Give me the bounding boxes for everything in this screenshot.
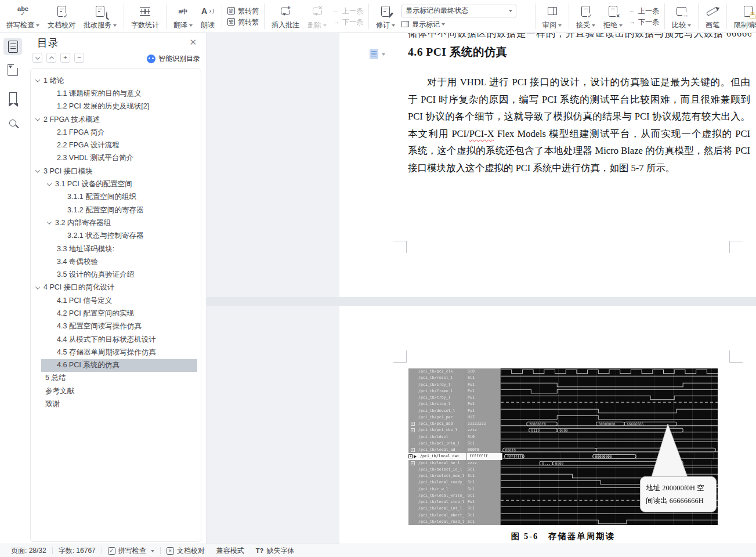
next-arrow-icon: → [333, 19, 339, 25]
toc-item[interactable]: 1.1 课题研究的目的与意义 [31, 87, 201, 100]
toc-item[interactable]: 3.2.1 状态与控制寄存器 [31, 230, 201, 243]
reject-change-button[interactable]: × 拒绝 [599, 2, 627, 30]
traditional-icon: 繁 [227, 18, 235, 26]
restrict-edit-button[interactable]: 限制编辑 [730, 2, 756, 30]
insert-comment-button[interactable]: + 插入批注 [267, 2, 303, 30]
chevron-down-icon[interactable] [35, 116, 40, 121]
toc-panel: 目录 ✕ + − 智能识别目录 1 绪论1.1 课题研究的目的与意义1.2 PC… [26, 33, 207, 544]
heading-doc-icon [370, 49, 378, 59]
toc-item[interactable]: 3.4 奇偶校验 [31, 255, 201, 268]
expand-all-button[interactable] [32, 53, 42, 63]
spellcheck-icon: abc✓ [17, 4, 28, 18]
toc-item[interactable]: 致谢 [31, 397, 201, 410]
delete-comment-button[interactable]: × 删除 [303, 2, 331, 30]
chevron-down-icon[interactable] [47, 181, 52, 186]
toc-item-label: 5 总结 [45, 373, 66, 383]
toc-item[interactable]: 3.1.2 配置空间的寄存器 [31, 204, 201, 216]
collapse-all-button[interactable] [46, 53, 56, 63]
markup-state-dropdown[interactable]: 显示标记的最终状态 [401, 5, 516, 17]
toc-item[interactable]: 3.1.1 配置空间的组织 [31, 191, 201, 204]
word-count-icon [140, 4, 150, 18]
toc-item[interactable]: 4.5 存储器单周期读写操作仿真 [31, 346, 201, 359]
toc-item-label: 3.4 奇偶校验 [57, 257, 98, 267]
lock-icon [744, 4, 753, 18]
ink-pen-button[interactable]: 画笔 [701, 2, 724, 30]
toc-item[interactable]: 3.5 设计的仿真验证介绍 [31, 268, 201, 281]
toolbar-separator [264, 3, 265, 29]
grading-service-button[interactable]: 批改服务 [79, 2, 121, 30]
x-icon: × [167, 547, 174, 555]
toc-item[interactable]: 5 总结 [31, 372, 201, 385]
chevron-down-icon[interactable] [35, 168, 40, 173]
rail-chapter-tab[interactable] [3, 63, 22, 81]
review-pane-icon [548, 4, 557, 18]
waveform-figure: /pci_tb/pci_clkSt0/pci_tb/reset_lSt1/pci… [408, 368, 718, 525]
smart-toc-button[interactable]: 智能识别目录 [147, 54, 200, 64]
toc-item[interactable]: 2.1 FPGA 简介 [31, 126, 201, 139]
margin-mark [406, 241, 407, 253]
rail-search-tab[interactable] [3, 114, 22, 132]
toolbar-separator [664, 3, 665, 29]
toc-item-label: 3.3 地址译码模块: [57, 244, 114, 254]
spell-check-toggle[interactable]: ✓ 拼写检查 [102, 546, 160, 556]
prev-change-button[interactable]: ← 上一条 [629, 7, 659, 15]
margin-mark [393, 241, 407, 241]
toc-item[interactable]: 4.1 PCI 信号定义 [31, 294, 201, 307]
paragraph-line: 于 PCI 时序复杂的原因，编写 PCI 系统的测试平台比较困难，而且很难兼顾到 [408, 91, 750, 108]
prev-comment-button[interactable]: ← 上一条 [333, 7, 363, 15]
bookmark-icon [9, 92, 17, 103]
toc-item-label: 4.4 从模式下的目标状态机设计 [57, 335, 156, 345]
document-canvas[interactable]: 储体中不同数据区的数据是一样的，并且验证读出的数据与预先写入数据 6666666… [207, 33, 756, 544]
next-change-button[interactable]: → 下一条 [629, 18, 659, 26]
trad-to-simp-button[interactable]: 简 繁转简 [227, 7, 259, 15]
toc-item[interactable]: 4.2 PCI 配置空间的实现 [31, 307, 201, 320]
compat-mode-indicator[interactable]: 兼容模式 [211, 546, 250, 556]
margin-mark [729, 362, 743, 363]
toc-item[interactable]: 4.4 从模式下的目标状态机设计 [31, 333, 201, 346]
next-comment-button[interactable]: → 下一条 [333, 18, 363, 26]
doc-proof-button[interactable]: ✓ 文档校对 [44, 2, 79, 30]
chevron-down-icon[interactable] [35, 284, 40, 289]
track-changes-button[interactable]: 修订 [372, 2, 399, 30]
rail-bookmark-tab[interactable] [3, 89, 22, 106]
toc-item[interactable]: 1.2 PCI 发展的历史及现状[2] [31, 100, 201, 113]
chevron-down-icon[interactable] [47, 220, 52, 225]
review-pane-button[interactable]: 审阅 [538, 2, 566, 30]
show-markup-button[interactable]: 显示标记 [401, 20, 516, 28]
figure-caption: 图 5-6 存储器单周期读 [408, 531, 718, 542]
toc-item[interactable]: 4.3 配置空间读写操作仿真 [31, 320, 201, 333]
accept-change-button[interactable]: ✓ 接受 [572, 2, 599, 30]
compare-button[interactable]: ↔ 比较 [668, 2, 695, 30]
spell-check-button[interactable]: abc✓ 拼写检查 [2, 2, 44, 30]
toc-item-label: 致谢 [45, 399, 60, 409]
zoom-in-outline-button[interactable]: + [60, 53, 70, 63]
toc-item-label: 参考文献 [45, 386, 74, 396]
read-aloud-button[interactable]: A 朗读 [197, 2, 219, 30]
toc-item[interactable]: 4.6 PCI 系统的仿真 [31, 359, 201, 372]
chevron-down-icon[interactable] [35, 77, 40, 82]
missing-fonts-button[interactable]: T? 缺失字体 [250, 546, 300, 556]
toc-item[interactable]: 3.2 内部寄存器组 [31, 216, 201, 229]
close-icon[interactable]: ✕ [189, 38, 197, 46]
paragraph-line: 接口模块放入这个虚拟的 PCI 系统中进行仿真，如图 5-7 所示。 [408, 160, 750, 177]
doc-proof-toggle[interactable]: × 文档校对 [161, 546, 211, 556]
toc-item-label: 3 PCI 接口模块 [44, 167, 93, 176]
toc-item[interactable]: 3.1 PCI 设备的配置空间 [31, 178, 201, 190]
toc-tree: 1 绪论1.1 课题研究的目的与意义1.2 PCI 发展的历史及现状[2]2 F… [30, 68, 201, 542]
zoom-out-outline-button[interactable]: − [74, 53, 84, 63]
translate-button[interactable]: a中 翻译 [169, 2, 197, 30]
toc-item[interactable]: 2 FPGA 技术概述 [31, 113, 201, 126]
toc-item[interactable]: 1 绪论 [31, 74, 201, 87]
word-count-button[interactable]: 字数统计 [127, 2, 163, 30]
toc-item[interactable]: 2.2 FPGA 设计流程 [31, 139, 201, 151]
heading-quick-menu[interactable] [370, 49, 385, 59]
toc-item[interactable]: 2.3 VHDL 测试平台简介 [31, 152, 201, 165]
rail-outline-tab[interactable] [3, 38, 22, 55]
toc-item[interactable]: 3.3 地址译码模块: [31, 243, 201, 255]
prev-arrow-icon: ← [629, 8, 635, 14]
simp-to-trad-button[interactable]: 繁 简转繁 [227, 18, 259, 26]
toc-item[interactable]: 参考文献 [31, 385, 201, 397]
toc-item[interactable]: 3 PCI 接口模块 [31, 165, 201, 178]
read-aloud-icon: A [201, 4, 214, 18]
toc-item[interactable]: 4 PCI 接口的简化设计 [31, 281, 201, 294]
